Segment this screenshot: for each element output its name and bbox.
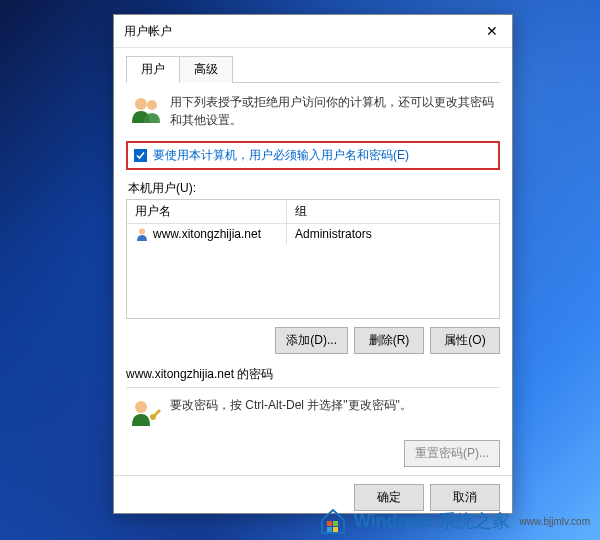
user-icon	[135, 227, 149, 241]
svg-rect-6	[327, 521, 332, 526]
checkbox-label: 要使用本计算机，用户必须输入用户名和密码(E)	[153, 147, 409, 164]
svg-rect-8	[327, 527, 332, 532]
svg-point-4	[135, 401, 147, 413]
require-password-checkbox[interactable]: 要使用本计算机，用户必须输入用户名和密码(E)	[134, 147, 492, 164]
key-icon	[130, 396, 162, 428]
watermark-logo: Windows 系统之家 www.bjjmlv.com	[318, 506, 590, 536]
users-section-label: 本机用户(U):	[128, 180, 500, 197]
brand-url: www.bjjmlv.com	[520, 516, 590, 527]
properties-button[interactable]: 属性(O)	[430, 327, 500, 354]
divider	[126, 387, 500, 388]
user-actions-row: 添加(D)... 删除(R) 属性(O)	[126, 319, 500, 362]
checkbox-icon	[134, 149, 147, 162]
svg-point-0	[135, 98, 147, 110]
svg-point-5	[150, 414, 156, 420]
house-icon	[318, 506, 348, 536]
svg-rect-7	[333, 521, 338, 526]
remove-button[interactable]: 删除(R)	[354, 327, 424, 354]
password-hint-text: 要改密码，按 Ctrl-Alt-Del 并选择"更改密码"。	[170, 396, 412, 414]
highlight-annotation: 要使用本计算机，用户必须输入用户名和密码(E)	[126, 141, 500, 170]
add-button[interactable]: 添加(D)...	[275, 327, 348, 354]
close-icon[interactable]: ✕	[480, 21, 504, 41]
table-row[interactable]: www.xitongzhijia.net Administrators	[127, 224, 499, 245]
col-header-group[interactable]: 组	[287, 200, 499, 223]
svg-point-1	[147, 100, 157, 110]
row-group: Administrators	[287, 224, 499, 244]
user-accounts-dialog: 用户帐户 ✕ 用户 高级 用下列表授予或拒绝用户访问你的计算机，还可以更改其密码…	[113, 14, 513, 514]
list-header: 用户名 组	[127, 200, 499, 224]
svg-rect-2	[135, 150, 146, 161]
users-listview[interactable]: 用户名 组 www.xitongzhijia.net Administrator…	[126, 199, 500, 319]
dialog-title: 用户帐户	[124, 23, 172, 40]
tab-users[interactable]: 用户	[126, 56, 180, 83]
dialog-body: 用户 高级 用下列表授予或拒绝用户访问你的计算机，还可以更改其密码和其他设置。 …	[114, 48, 512, 475]
password-row: 要改密码，按 Ctrl-Alt-Del 并选择"更改密码"。	[126, 392, 500, 432]
col-header-username[interactable]: 用户名	[127, 200, 287, 223]
tab-strip: 用户 高级	[126, 56, 500, 83]
reset-password-button[interactable]: 重置密码(P)...	[404, 440, 500, 467]
user-group-icon	[130, 93, 162, 125]
svg-point-3	[139, 229, 145, 235]
row-username: www.xitongzhijia.net	[153, 227, 261, 241]
password-section-label: www.xitongzhijia.net 的密码	[126, 366, 500, 383]
description-text: 用下列表授予或拒绝用户访问你的计算机，还可以更改其密码和其他设置。	[170, 93, 496, 129]
svg-rect-9	[333, 527, 338, 532]
tab-advanced[interactable]: 高级	[179, 56, 233, 83]
brand-text: Windows 系统之家	[354, 509, 510, 533]
description-row: 用下列表授予或拒绝用户访问你的计算机，还可以更改其密码和其他设置。	[126, 83, 500, 139]
titlebar: 用户帐户 ✕	[114, 15, 512, 48]
reset-row: 重置密码(P)...	[126, 432, 500, 475]
